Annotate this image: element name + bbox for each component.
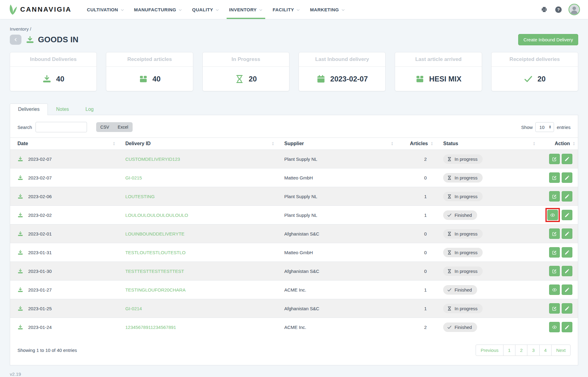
column-header-action[interactable]: Action▲▼ (538, 138, 578, 150)
sort-icon: ▲▼ (272, 141, 274, 146)
status-label: Finished (454, 325, 472, 330)
stat-card-label: In Progress (203, 52, 289, 67)
status-label: Finished (454, 213, 472, 218)
column-header-delivery-id[interactable]: Delivery ID▲▼ (118, 138, 277, 150)
delivery-id-link[interactable]: TESTLOUTESTLOUTESTLO (125, 250, 186, 255)
page-button-3[interactable]: 3 (527, 345, 539, 356)
column-header-date[interactable]: Date▲▼ (10, 138, 118, 150)
edit-delivery-button[interactable] (562, 228, 572, 239)
pencil-icon (564, 175, 570, 180)
delivery-date: 2023-02-07 (28, 156, 52, 162)
stat-card-value: 2023-02-07 (330, 75, 368, 83)
delivery-id-link[interactable]: TESTINGLOUFOR20CHARA (125, 287, 186, 292)
edit-box-icon (552, 306, 557, 311)
eye-icon (552, 325, 557, 330)
stat-card-label: Inbound Deliveries (10, 52, 96, 67)
check-icon (447, 288, 452, 292)
excel-button[interactable]: Excel (113, 122, 132, 132)
deliveries-table: Date▲▼Delivery ID▲▼Supplier▲▼Articles▲▼S… (10, 138, 578, 337)
edit-box-icon (552, 194, 557, 199)
column-header-articles[interactable]: Articles▲▼ (396, 138, 436, 150)
nav-item-label: CULTIVATION (87, 7, 118, 12)
chevron-down-icon (296, 8, 300, 12)
status-badge: Finished (443, 285, 477, 295)
receipt-delivery-button[interactable] (549, 228, 560, 239)
edit-delivery-button[interactable] (562, 303, 572, 314)
pencil-icon (564, 231, 570, 236)
nav-item-manufacturing[interactable]: MANUFACTURING (129, 0, 187, 19)
breadcrumb[interactable]: Inventory / (10, 26, 588, 32)
hourglass-icon (447, 194, 452, 199)
create-inbound-delivery-button[interactable]: Create Inbound Delivery (518, 34, 578, 45)
back-button[interactable] (10, 35, 21, 45)
check-icon (447, 213, 452, 217)
search-input[interactable] (36, 122, 87, 132)
column-header-status[interactable]: Status▲▼ (436, 138, 538, 150)
status-badge: In progress (443, 173, 483, 183)
delivery-id-link[interactable]: LOULOULOULOULOULOULO (125, 213, 188, 218)
top-navbar: CANNAVIGIA CULTIVATIONMANUFACTURINGQUALI… (0, 0, 588, 19)
tab-deliveries[interactable]: Deliveries (10, 104, 48, 115)
user-avatar[interactable] (568, 4, 580, 15)
delivery-id-link[interactable]: LOUINBOUNDDELIVERYTE (125, 231, 184, 236)
edit-delivery-button[interactable] (562, 172, 572, 183)
receipt-delivery-button[interactable] (549, 154, 560, 164)
view-delivery-button[interactable] (547, 210, 558, 220)
edit-delivery-button[interactable] (562, 285, 572, 295)
page-button-next[interactable]: Next (551, 345, 571, 356)
hourglass-icon (447, 232, 452, 236)
nav-item-facility[interactable]: FACILITY (268, 0, 305, 19)
chevron-down-icon (120, 8, 124, 12)
supplier-name: Plant Supply NL (277, 150, 396, 168)
delivery-id-link[interactable]: LOUTESTING (125, 194, 155, 199)
stat-card: Last article arrivedHESI MIX (395, 52, 482, 91)
table-row: 2023-01-31TESTLOUTESTLOUTESTLOMatteo Gmb… (10, 243, 578, 262)
view-delivery-button[interactable] (549, 285, 560, 295)
check-icon (447, 325, 452, 330)
receipt-delivery-button[interactable] (549, 247, 560, 258)
delivery-date: 2023-02-02 (28, 213, 52, 218)
receipt-delivery-button[interactable] (549, 303, 560, 314)
nav-item-marketing[interactable]: MARKETING (305, 0, 350, 19)
delivery-id-link[interactable]: GI-0214 (125, 306, 142, 311)
receipt-delivery-button[interactable] (549, 191, 560, 202)
help-icon[interactable]: ? (554, 6, 562, 13)
edit-delivery-button[interactable] (562, 154, 572, 164)
stat-card: Receipted articles40 (106, 52, 193, 91)
print-icon[interactable] (540, 6, 548, 13)
view-delivery-button[interactable] (549, 322, 560, 332)
edit-delivery-button[interactable] (562, 191, 572, 202)
nav-item-quality[interactable]: QUALITY (187, 0, 224, 19)
download-icon (17, 156, 23, 162)
nav-item-inventory[interactable]: INVENTORY (224, 0, 268, 19)
tab-notes[interactable]: Notes (48, 104, 77, 115)
status-label: In progress (454, 250, 477, 255)
edit-box-icon (552, 175, 557, 180)
csv-button[interactable]: CSV (96, 122, 114, 132)
edit-delivery-button[interactable] (562, 266, 572, 276)
delivery-id-link[interactable]: TESTTESTTESTTESTTEST (125, 269, 184, 274)
edit-box-icon (552, 269, 557, 274)
receipt-delivery-button[interactable] (549, 266, 560, 276)
page-button-1[interactable]: 1 (503, 345, 515, 356)
brand-logo[interactable]: CANNAVIGIA (8, 4, 72, 15)
page-button-2[interactable]: 2 (515, 345, 527, 356)
receipt-delivery-button[interactable] (549, 172, 560, 183)
delivery-id-link[interactable]: GI-0215 (125, 175, 142, 180)
edit-delivery-button[interactable] (562, 322, 572, 332)
delivery-id-link[interactable]: 12345678911234567891 (125, 325, 176, 330)
page-button-4[interactable]: 4 (539, 345, 552, 356)
articles-count: 0 (396, 262, 436, 281)
table-footer: Showing 1 to 10 of 40 entries Previous12… (10, 337, 578, 365)
column-header-supplier[interactable]: Supplier▲▼ (277, 138, 396, 150)
entries-summary: Showing 1 to 10 of 40 entries (17, 348, 77, 353)
stat-card-label: Last Inbound delivery (299, 52, 385, 67)
page-button-previous[interactable]: Previous (476, 345, 503, 356)
edit-delivery-button[interactable] (562, 210, 572, 220)
edit-delivery-button[interactable] (562, 247, 572, 258)
nav-item-cultivation[interactable]: CULTIVATION (82, 0, 129, 19)
page-size-select[interactable]: 10 ▲▼ (535, 122, 554, 132)
delivery-id-link[interactable]: CUSTOMDELIVERYID123 (125, 156, 180, 162)
tab-log[interactable]: Log (77, 104, 102, 115)
articles-count: 0 (396, 243, 436, 262)
